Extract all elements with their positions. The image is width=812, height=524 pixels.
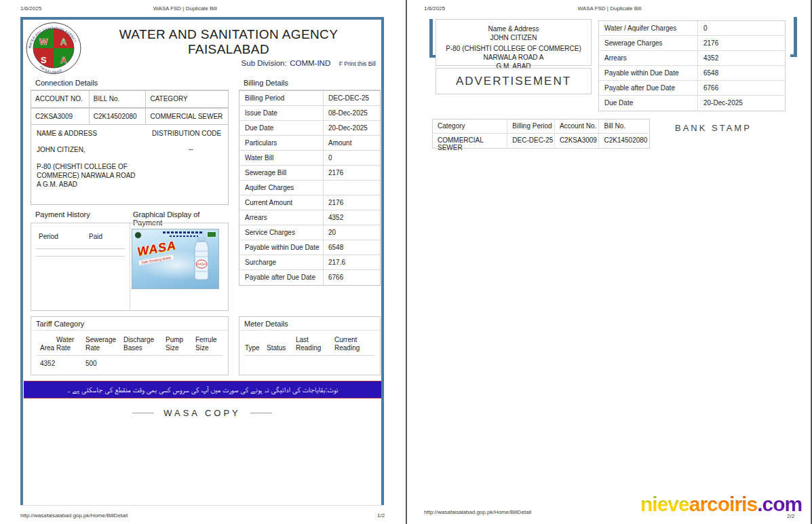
row-label: Payable after Due Date: [599, 81, 698, 95]
row-value: 6766: [698, 81, 785, 95]
sub-division-value: COMM-IND: [290, 59, 330, 67]
payment-history-section: Payment History Graphical Display of Pay…: [31, 210, 229, 311]
page-left: 1/6/2025 WASA FSD | Duplicate Bill WATER: [0, 0, 406, 524]
customer-address-line1: P-80 (CHISHTI COLLEGE OF COMMERCE) NARWA…: [436, 44, 591, 62]
meter-details-title: Meter Details: [239, 317, 380, 331]
col-area: Area: [40, 344, 54, 352]
table-row: Payable within Due Date6548: [239, 240, 380, 255]
row-value: DEC-DEC-25: [324, 91, 380, 105]
row-label: Arrears: [599, 51, 698, 65]
bill-no-value: C2K14502080: [599, 134, 649, 148]
bill-no-value: C2K14502080: [90, 108, 147, 124]
bank-copy-name-address-box: Name & Address JOHN CITIZEN P-80 (CHISHT…: [436, 19, 592, 66]
table-row: Arrears4352: [599, 51, 785, 66]
table-row: Sewerage Bill2176: [239, 166, 380, 181]
agency-title: WATER AND SANITATION AGENCY FAISALABAD: [83, 27, 374, 57]
table-row: Billing PeriodDEC-DEC-25: [239, 91, 380, 106]
svg-text:A: A: [60, 37, 67, 47]
name-address-cell: NAME & ADDRESS DISTRIBUTION CODE JOHN CI…: [31, 124, 229, 205]
table-row: Payable after Due Date6766: [599, 81, 785, 96]
print-footer-url: http://wasafaisalabad.gop.pk/Home/BillDe…: [424, 509, 531, 515]
row-value: 20-Dec-2025: [324, 121, 380, 135]
col-paid: Paid: [89, 233, 102, 240]
connection-table-header: ACCOUNT NO. BILL No. CATEGORY: [31, 90, 229, 107]
watermark-part-arcoiris: arcoiris: [689, 493, 757, 515]
account-summary-table: Category Billing Period Account No. Bill…: [432, 119, 650, 149]
row-label: Current Amount: [239, 195, 324, 210]
col-category: Category: [433, 119, 507, 133]
col-category: CATEGORY: [146, 91, 228, 107]
name-address-label: NAME & ADDRESS: [37, 130, 97, 137]
print-preview: 1/6/2025 WASA FSD | Duplicate Bill WATER: [0, 0, 812, 524]
row-label: Payable within Due Date: [239, 240, 324, 255]
distribution-code-value: --: [189, 145, 193, 153]
table-row: Payable after Due Date6766: [239, 270, 380, 285]
row-label: Issue Date: [239, 106, 324, 120]
customer-name: JOHN CITIZEN: [436, 33, 591, 42]
connection-details-title: Connection Details: [31, 77, 229, 90]
row-value: 4352: [324, 210, 380, 225]
col-bill-no: Bill No.: [599, 119, 649, 133]
name-address-label: Name & Address: [436, 24, 591, 33]
billing-period-value: DEC-DEC-25: [507, 134, 555, 148]
table-row: ParticularsAmount: [239, 136, 380, 151]
table-row: Arrears4352: [239, 210, 380, 225]
col-current-reading: Current Reading: [334, 336, 363, 352]
wasa-logo: WATER AND SANITATION AGENCY FAISALABAD W…: [26, 22, 81, 75]
svg-text:W: W: [39, 37, 48, 47]
print-header-title: WASA FSD | Duplicate Bill: [407, 5, 812, 12]
area-value: 4352: [40, 360, 55, 367]
billing-details-section: Billing Details Billing PeriodDEC-DEC-25…: [239, 77, 381, 286]
row-label: Aquifer Charges: [239, 181, 324, 195]
row-value: 217.6: [324, 255, 380, 269]
account-no-value: C2KSA3009: [31, 108, 90, 124]
row-value: 20: [324, 225, 380, 240]
table-row: Water Bill0: [239, 151, 380, 166]
print-header-title: WASA FSD | Duplicate Bill: [0, 5, 370, 12]
ad-logo-left: [134, 231, 142, 239]
col-billing-period: Billing Period: [507, 119, 555, 133]
table-row: Due Date20-Dec-2025: [599, 96, 785, 111]
tariff-category-section: Tariff Category Area Water Rate Sewerage…: [31, 316, 229, 375]
row-value: [324, 181, 380, 195]
row-label: Sewerage Bill: [239, 166, 324, 180]
copy-dash-left: [132, 413, 154, 413]
table-row: Service Charges20: [239, 225, 380, 240]
row-value: 6548: [698, 66, 785, 80]
watermark-part-nieve: nieve: [640, 493, 689, 515]
payment-history-title: Payment History: [35, 210, 90, 219]
row-label: Surcharge: [239, 255, 324, 269]
print-footer-page-number: 1/2: [377, 512, 385, 519]
col-account-no: Account No.: [555, 119, 600, 133]
row-label: Water / Aquifer Charges: [599, 21, 698, 35]
col-type: Type: [245, 344, 260, 352]
customer-name: JOHN CITIZEN,: [37, 146, 85, 153]
water-bottle-graphic: WASA: [187, 238, 216, 282]
row-label: Service Charges: [239, 225, 324, 240]
col-bill-no: BILL No.: [90, 91, 147, 107]
row-value: 6548: [324, 240, 380, 255]
row-value: 6766: [324, 270, 380, 285]
wasa-advertisement-image: WASA Safe Drinking Water WASA: [132, 229, 219, 289]
row-value: 2176: [698, 36, 785, 50]
summary-header-row: Category Billing Period Account No. Bill…: [433, 119, 649, 134]
distribution-code-label: DISTRIBUTION CODE: [152, 130, 221, 137]
col-discharge-bases: Discharge Bases: [123, 336, 156, 352]
col-water-rate: Water Rate: [56, 336, 79, 352]
meter-details-section: Meter Details Type Status Last Reading C…: [239, 316, 381, 375]
ad-logo-right: [207, 231, 216, 238]
charges-summary-table: Water / Aquifer Charges0 Sewerage Charge…: [598, 20, 786, 111]
row-value: 2176: [324, 195, 380, 210]
row-label: Water Bill: [239, 151, 324, 165]
row-value: 0: [324, 151, 380, 165]
bank-stamp-label: BANK STAMP: [675, 123, 752, 133]
watermark-part-com: .com: [757, 493, 802, 515]
billing-details-title: Billing Details: [239, 77, 381, 90]
page-right: 1/6/2025 WASA FSD | Duplicate Bill Name …: [407, 0, 812, 524]
print-this-bill-link[interactable]: F Print this Bill: [339, 60, 376, 67]
row-label: Sewerage Charges: [599, 36, 698, 50]
copy-dash-right: [250, 413, 272, 413]
col-period: Period: [39, 233, 58, 240]
col-account-no: ACCOUNT NO.: [31, 91, 90, 107]
nievearcoiris-watermark: nievearcoiris.com: [640, 493, 802, 516]
